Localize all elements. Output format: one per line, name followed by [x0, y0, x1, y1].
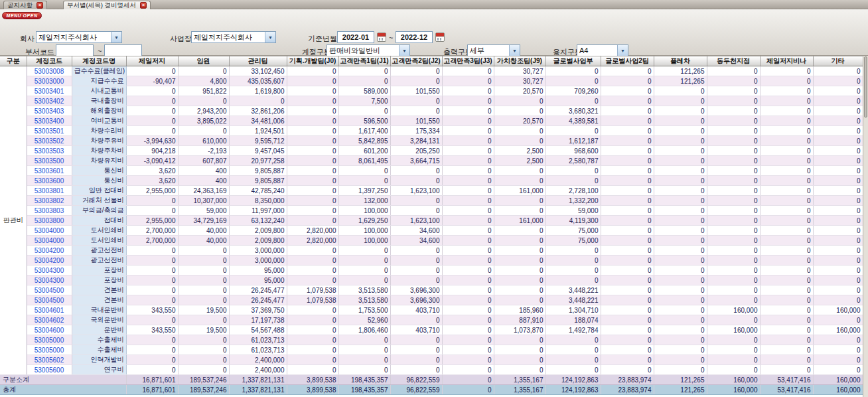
account-name-cell[interactable]: 수출제비 — [72, 345, 126, 355]
value-cell[interactable]: 0 — [707, 365, 760, 375]
value-cell[interactable]: 0 — [654, 256, 707, 266]
value-cell[interactable]: 1,619,800 — [229, 86, 287, 96]
value-cell[interactable]: 0 — [654, 86, 707, 96]
value-cell[interactable]: 0 — [442, 146, 494, 156]
value-cell[interactable]: 0 — [287, 345, 338, 355]
value-cell[interactable]: 0 — [707, 106, 760, 116]
value-cell[interactable]: 0 — [760, 256, 813, 266]
value-cell[interactable]: 0 — [707, 345, 760, 355]
value-cell[interactable]: 0 — [601, 276, 654, 285]
account-code-cell[interactable]: 53003801 — [27, 186, 72, 196]
account-code-cell[interactable]: 53005000 — [27, 345, 72, 355]
value-cell[interactable]: 0 — [707, 76, 760, 86]
value-cell[interactable]: 0 — [390, 256, 442, 266]
value-cell[interactable]: 403,710 — [390, 325, 442, 335]
value-cell[interactable]: 0 — [126, 116, 178, 126]
value-cell[interactable]: 0 — [760, 126, 813, 136]
table-row[interactable]: 53005000수출제비0061,023,71300000000000 — [0, 335, 863, 345]
value-cell[interactable]: 0 — [707, 335, 760, 345]
value-cell[interactable]: 0 — [760, 315, 813, 325]
value-cell[interactable]: 0 — [178, 355, 229, 365]
value-cell[interactable]: 9,805,887 — [229, 176, 287, 186]
value-cell[interactable]: 0 — [601, 246, 654, 256]
value-cell[interactable]: 0 — [654, 315, 707, 325]
value-cell[interactable]: 100,000 — [338, 226, 390, 236]
table-row[interactable]: 53003802거래처 선물비010,307,0008,350,0000132,… — [0, 196, 863, 206]
value-cell[interactable]: 0 — [494, 136, 545, 146]
value-cell[interactable]: 0 — [813, 206, 863, 216]
column-header[interactable]: 계정코드 — [27, 56, 72, 66]
value-cell[interactable]: 1,753,500 — [338, 305, 390, 315]
value-cell[interactable]: 0 — [760, 246, 813, 256]
value-cell[interactable]: 0 — [287, 176, 338, 186]
value-cell[interactable]: 0 — [813, 106, 863, 116]
value-cell[interactable]: 0 — [287, 335, 338, 345]
value-cell[interactable]: 0 — [707, 246, 760, 256]
value-cell[interactable]: 0 — [442, 236, 494, 246]
table-row[interactable]: 53005602인력개발비002,400,00000000000000 — [0, 355, 863, 365]
table-row[interactable]: 53003501차량수리비001,924,50101,617,400175,33… — [0, 126, 863, 136]
value-cell[interactable]: 0 — [545, 126, 601, 136]
value-cell[interactable]: 0 — [287, 136, 338, 146]
value-cell[interactable]: 607,807 — [178, 156, 229, 166]
value-cell[interactable]: 0 — [707, 166, 760, 176]
value-cell[interactable]: 0 — [287, 146, 338, 156]
value-cell[interactable]: 160,000 — [813, 305, 863, 315]
value-cell[interactable]: 0 — [126, 266, 178, 276]
value-cell[interactable]: 0 — [126, 66, 178, 76]
value-cell[interactable]: 1,806,460 — [338, 325, 390, 335]
column-header[interactable]: 고객만족2팀(J2) — [390, 56, 442, 66]
value-cell[interactable]: 2,009,800 — [229, 226, 287, 236]
value-cell[interactable]: 0 — [287, 365, 338, 375]
account-code-cell[interactable]: 53003402 — [27, 96, 72, 106]
table-row[interactable]: 53003800접대비2,955,00034,729,16963,132,240… — [0, 216, 863, 226]
account-name-cell[interactable]: 국내운반비 — [72, 305, 126, 315]
value-cell[interactable]: 0 — [707, 116, 760, 126]
value-cell[interactable]: 0 — [442, 176, 494, 186]
value-cell[interactable]: 0 — [287, 86, 338, 96]
account-code-cell[interactable]: 53004000 — [27, 236, 72, 246]
value-cell[interactable]: 0 — [338, 345, 390, 355]
value-cell[interactable]: 0 — [338, 246, 390, 256]
account-name-cell[interactable]: 부의금/축의금 — [72, 206, 126, 216]
value-cell[interactable]: 0 — [442, 186, 494, 196]
value-cell[interactable]: 0 — [760, 196, 813, 206]
column-header[interactable]: 제일저지 — [126, 56, 178, 66]
value-cell[interactable]: 0 — [390, 315, 442, 325]
account-code-cell[interactable]: 53003802 — [27, 196, 72, 206]
value-cell[interactable]: 0 — [601, 226, 654, 236]
value-cell[interactable]: 0 — [813, 76, 863, 86]
value-cell[interactable]: 0 — [442, 305, 494, 315]
value-cell[interactable]: 0 — [601, 76, 654, 86]
value-cell[interactable]: 1,355,167 — [494, 375, 545, 385]
value-cell[interactable]: 7,500 — [338, 96, 390, 106]
dept-to-input[interactable] — [104, 44, 142, 56]
value-cell[interactable]: 0 — [126, 345, 178, 355]
value-cell[interactable]: 0 — [654, 246, 707, 256]
value-cell[interactable]: 0 — [442, 266, 494, 276]
value-cell[interactable]: 0 — [545, 76, 601, 86]
value-cell[interactable]: 0 — [494, 106, 545, 116]
value-cell[interactable]: 0 — [813, 276, 863, 285]
value-cell[interactable]: 1,612,187 — [545, 136, 601, 146]
account-code-cell[interactable]: 53003503 — [27, 146, 72, 156]
dept-from-input[interactable] — [56, 44, 94, 56]
value-cell[interactable]: 0 — [126, 206, 178, 216]
value-cell[interactable]: 0 — [287, 325, 338, 335]
value-cell[interactable]: 2,943,200 — [178, 106, 229, 116]
value-cell[interactable]: 0 — [442, 385, 494, 395]
value-cell[interactable]: 400 — [178, 166, 229, 176]
value-cell[interactable]: 0 — [494, 126, 545, 136]
value-cell[interactable]: 0 — [287, 266, 338, 276]
value-cell[interactable]: 1,332,200 — [545, 196, 601, 206]
value-cell[interactable]: 343,550 — [126, 305, 178, 315]
value-cell[interactable]: 0 — [654, 96, 707, 106]
value-cell[interactable]: 0 — [601, 216, 654, 226]
value-cell[interactable]: 0 — [287, 216, 338, 226]
value-cell[interactable]: 0 — [760, 236, 813, 246]
value-cell[interactable]: 0 — [126, 315, 178, 325]
value-cell[interactable]: 0 — [390, 206, 442, 216]
table-row[interactable]: 53004500견본비0026,245,4771,079,5383,513,58… — [0, 285, 863, 295]
value-cell[interactable]: 0 — [494, 355, 545, 365]
value-cell[interactable]: 0 — [601, 355, 654, 365]
